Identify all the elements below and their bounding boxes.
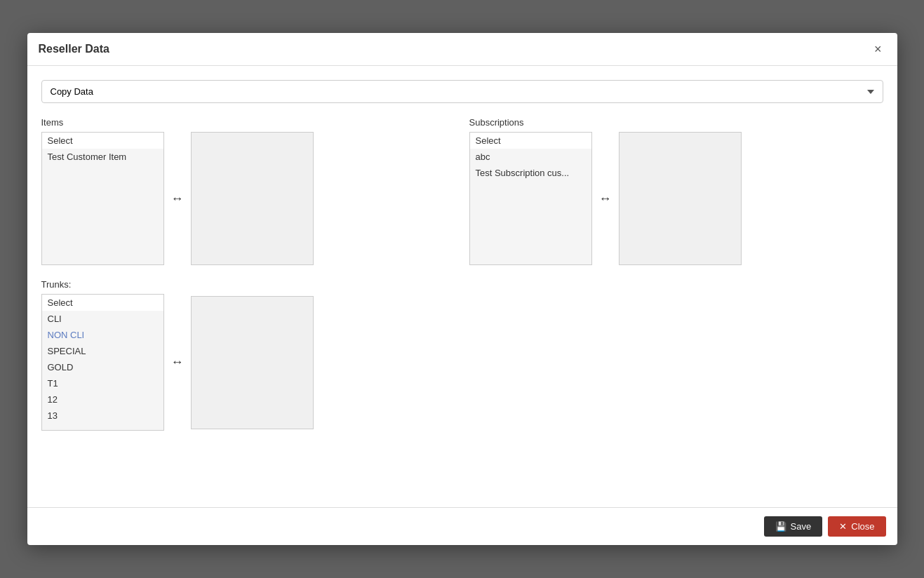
save-label: Save — [791, 521, 812, 532]
save-icon: 💾 — [775, 521, 786, 532]
trunks-source-list[interactable]: Select CLI NON CLI SPECIAL GOLD T1 12 13 — [41, 294, 164, 431]
trunks-section: Trunks: Select CLI NON CLI SPECIAL GOLD … — [41, 279, 883, 431]
copy-data-dropdown[interactable]: Copy Data — [41, 80, 883, 103]
modal-close-button[interactable]: × — [870, 41, 886, 57]
subscriptions-source-list[interactable]: Select abc Test Subscription cus... — [469, 132, 592, 265]
list-item[interactable]: abc — [470, 149, 591, 165]
items-target-list[interactable] — [191, 132, 314, 265]
subscriptions-transfer-icon: ↔ — [599, 191, 612, 206]
trunks-label: Trunks: — [41, 279, 883, 290]
close-button[interactable]: ✕ Close — [828, 516, 885, 537]
subscriptions-section: Subscriptions Select abc Test Subscripti… — [469, 117, 883, 265]
trunks-transfer-icon: ↔ — [171, 355, 184, 370]
save-button[interactable]: 💾 Save — [764, 516, 823, 537]
trunks-transfer-area: Select CLI NON CLI SPECIAL GOLD T1 12 13… — [41, 294, 883, 431]
list-item[interactable]: 12 — [42, 391, 163, 408]
list-item[interactable]: Test Customer Item — [42, 149, 163, 165]
subscriptions-transfer-area: Select abc Test Subscription cus... ↔ — [469, 132, 883, 265]
close-icon: ✕ — [839, 521, 847, 532]
subscriptions-target-list[interactable] — [619, 132, 742, 265]
modal-overlay: Reseller Data × Copy Data Items Select T… — [0, 0, 924, 578]
list-item[interactable]: Test Subscription cus... — [470, 165, 591, 181]
modal-header: Reseller Data × — [27, 33, 897, 66]
trunks-target-list[interactable] — [191, 296, 314, 429]
list-item[interactable]: SPECIAL — [42, 343, 163, 359]
list-item[interactable]: Select — [470, 133, 591, 149]
list-item[interactable]: Select — [42, 133, 163, 149]
modal-footer: 💾 Save ✕ Close — [27, 507, 897, 545]
sections-row: Items Select Test Customer Item ↔ Subscr… — [41, 117, 883, 265]
items-section: Items Select Test Customer Item ↔ — [41, 117, 455, 265]
items-label: Items — [41, 117, 455, 128]
modal-body: Copy Data Items Select Test Customer Ite… — [27, 66, 897, 507]
reseller-data-modal: Reseller Data × Copy Data Items Select T… — [27, 33, 897, 545]
items-transfer-area: Select Test Customer Item ↔ — [41, 132, 455, 265]
list-item[interactable]: CLI — [42, 311, 163, 327]
items-transfer-icon: ↔ — [171, 191, 184, 206]
list-item[interactable]: 13 — [42, 408, 163, 424]
modal-title: Reseller Data — [39, 43, 109, 55]
list-item[interactable]: GOLD — [42, 359, 163, 375]
list-item[interactable]: T1 — [42, 375, 163, 391]
close-label: Close — [851, 521, 874, 532]
list-item[interactable]: NON CLI — [42, 327, 163, 343]
items-source-list[interactable]: Select Test Customer Item — [41, 132, 164, 265]
list-item[interactable]: Select — [42, 295, 163, 311]
subscriptions-label: Subscriptions — [469, 117, 883, 128]
